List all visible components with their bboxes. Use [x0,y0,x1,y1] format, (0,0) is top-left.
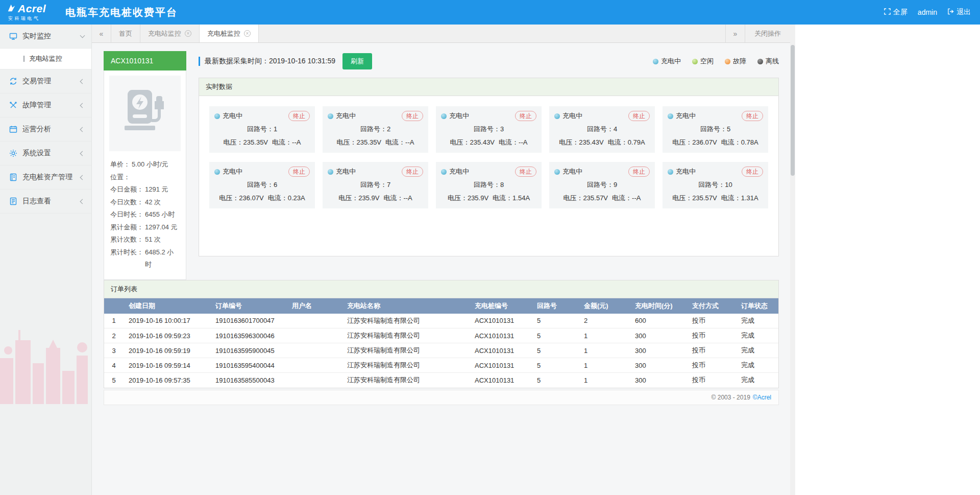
legend-offline: 离线 [757,57,779,66]
sidebar-item-station-monitor[interactable]: 充电站监控 [0,49,91,69]
chevron-left-icon [80,199,85,204]
sidebar-item-system-settings[interactable]: 系统设置 [0,142,91,166]
chevron-left-icon [80,175,85,180]
circuit-readings: 电压：235.43V电流：--A [441,138,536,147]
table-header-row: 创建日期 订单编号 用户名 充电站名称 充电桩编号 回路号 金额(元) 充电时间… [104,298,778,314]
logout-label: 退出 [957,8,971,17]
sidebar-item-transaction-mgmt[interactable]: 交易管理 [0,69,91,93]
terminate-button[interactable]: 终止 [402,167,423,177]
close-tab-icon[interactable]: × [244,30,251,37]
charging-status-icon [441,169,447,175]
refresh-button[interactable]: 刷新 [342,53,372,69]
circuit-number: 回路号：10 [668,180,763,190]
circuit-status-label: 充电中 [336,167,356,176]
table-row: 4 2019-10-16 09:59:14 1910163595400044 江… [104,358,778,373]
gear-icon [9,149,17,157]
stat-row: 今日金额：1291 元 [110,183,180,196]
double-chevron-right-icon: » [733,30,738,38]
sidebar-item-pile-assets[interactable]: 充电桩资产管理 [0,166,91,190]
terminate-button[interactable]: 终止 [628,111,650,121]
collect-time: 最新数据采集时间：2019-10-16 10:31:59 [205,57,335,66]
charging-status-icon [653,59,658,64]
stat-row: 单价：5.00 小时/元 [110,158,180,171]
double-chevron-left-icon: « [100,30,104,38]
tab-home[interactable]: 首页 [111,25,140,42]
acrel-link[interactable]: ©Acrel [753,394,771,401]
fullscreen-button[interactable]: 全屏 [884,8,908,17]
circuit-card: 充电中终止 回路号：2 电压：235.35V电流：--A [323,106,428,153]
circuit-readings: 电压：235.35V电流：--A [328,138,423,147]
circuit-number: 回路号：1 [214,125,310,134]
device-icon-box [109,76,181,151]
monitor-icon [9,32,17,40]
terminate-button[interactable]: 终止 [742,167,763,177]
sidebar-item-fault-mgmt[interactable]: 故障管理 [0,93,91,117]
tab-pile-monitor[interactable]: 充电桩监控 × [200,25,259,42]
sidebar: 实时监控 充电站监控 交易管理 故障管理 运营分析 系统设置 [0,25,92,495]
circuit-card: 充电中终止 回路号：3 电压：235.43V电流：--A [436,106,542,153]
close-tab-icon[interactable]: × [185,30,191,37]
username: admin [918,8,937,16]
circuit-readings: 电压：235.57V电流：--A [554,194,650,203]
tabs-scroll-forward-button[interactable]: » [725,25,745,42]
sidebar-item-log-view[interactable]: 日志查看 [0,190,91,214]
col-username: 用户名 [287,298,342,314]
user-menu[interactable]: admin [918,8,937,16]
calendar-icon [9,125,17,133]
circuit-card: 充电中终止 回路号：6 电压：236.07V电流：0.23A [209,162,315,208]
circuit-card: 充电中终止 回路号：4 电压：235.43V电流：0.79A [549,106,655,153]
circuit-readings: 电压：235.9V电流：1.54A [441,194,536,203]
vertical-scrollbar[interactable] [790,25,795,495]
circuit-status-label: 充电中 [676,111,696,121]
stat-row: 累计次数：51 次 [110,233,180,246]
circuit-status-label: 充电中 [449,111,469,121]
tab-bar: « 首页 充电站监控 × 充电桩监控 × » 关闭操作 [92,25,790,43]
logo-subtext: 安科瑞电气 [7,15,40,22]
terminate-button[interactable]: 终止 [515,111,536,121]
legend-idle: 空闲 [692,57,714,66]
sidebar-item-label: 交易管理 [22,77,81,86]
col-order-status: 订单状态 [736,298,778,314]
sidebar-item-label: 日志查看 [22,197,81,206]
charging-status-icon [668,113,673,119]
monitor-column: 最新数据采集时间：2019-10-16 10:31:59 刷新 充电中 空闲 故… [199,53,779,256]
charging-status-icon [328,169,333,175]
terminate-button[interactable]: 终止 [628,167,650,177]
tab-station-monitor[interactable]: 充电站监控 × [140,25,200,42]
terminate-button[interactable]: 终止 [515,167,536,177]
sidebar-item-label: 充电桩资产管理 [22,173,81,182]
circuit-readings: 电压：235.43V电流：0.79A [554,138,650,147]
sidebar-item-realtime-monitor[interactable]: 实时监控 [0,25,91,49]
device-card: ACX1010131 单价：5.00 小时/元 位置： [104,51,186,280]
exchange-icon [9,77,17,85]
scrollbar-thumb[interactable] [791,45,795,176]
chevron-left-icon [80,151,85,156]
logout-button[interactable]: 退出 [947,8,971,17]
realtime-data-panel: 实时数据 充电中终止 回路号：1 电压：235.35V电流：--A 充电中终止 … [199,78,779,256]
circuit-status-label: 充电中 [676,167,696,176]
circuit-card: 充电中终止 回路号：5 电压：236.07V电流：0.78A [663,106,768,153]
offline-status-icon [757,59,763,64]
close-operations-button[interactable]: 关闭操作 [745,25,790,42]
table-row: 2 2019-10-16 09:59:23 1910163596300046 江… [104,328,778,343]
circuit-number: 回路号：7 [328,180,423,190]
circuit-readings: 电压：236.07V电流：0.78A [668,138,763,147]
submenu-marker-icon [23,56,24,62]
charging-pile-icon [118,86,172,141]
sidebar-item-label: 实时监控 [22,32,81,41]
col-index [104,298,124,314]
terminate-button[interactable]: 终止 [742,111,763,121]
table-row: 5 2019-10-16 09:57:35 1910163585500043 江… [104,373,778,388]
terminate-button[interactable]: 终止 [288,167,310,177]
stat-row: 位置： [110,171,180,184]
col-pile-no: 充电桩编号 [470,298,532,314]
tabs-scroll-back-button[interactable]: « [92,25,111,42]
device-card-body: 单价：5.00 小时/元 位置： 今日金额：1291 元 今日次数：42 次 今… [104,70,186,280]
terminate-button[interactable]: 终止 [288,111,310,121]
terminate-button[interactable]: 终止 [402,111,423,121]
sidebar-item-operation-analysis[interactable]: 运营分析 [0,117,91,142]
sidebar-item-label: 系统设置 [22,149,81,158]
circuit-number: 回路号：8 [441,180,536,190]
circuit-card: 充电中终止 回路号：8 电压：235.9V电流：1.54A [436,162,542,208]
main-content: ACX1010131 单价：5.00 小时/元 位置： [92,43,790,495]
